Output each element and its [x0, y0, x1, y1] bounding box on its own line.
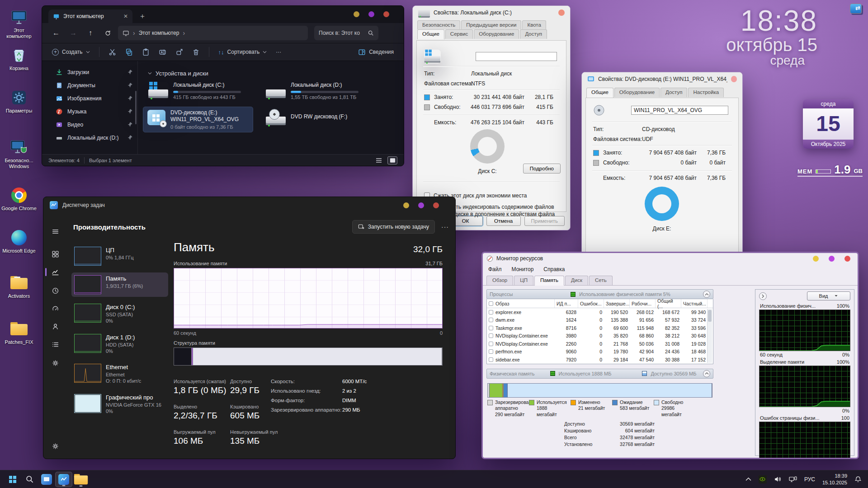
tab-security[interactable]: Безопасность — [417, 20, 460, 29]
tab-general[interactable]: Общие — [586, 88, 613, 98]
tray-clock[interactable]: 18:39 15.10.2025 — [820, 473, 850, 486]
sidebar-item-download[interactable]: Загрузки — [42, 66, 137, 79]
taskbar-search-button[interactable] — [21, 472, 38, 487]
perf-card-4[interactable]: EthernetEthernetО: 0 П: 0 кбит/с — [71, 361, 168, 387]
column-header[interactable]: Ошибок... — [578, 299, 604, 308]
drive-tile-c[interactable]: Локальный диск (C:) 415 ГБ свободно из 4… — [148, 82, 241, 100]
rail-settings-gear-icon[interactable] — [48, 439, 62, 453]
rail-details-icon[interactable] — [48, 337, 62, 352]
rail-users-icon[interactable] — [48, 319, 62, 333]
minimize-button[interactable] — [813, 256, 819, 262]
start-button[interactable] — [4, 472, 21, 487]
desktop-icon-patches-fix[interactable]: Patches_FIX — [1, 320, 37, 345]
run-new-task-button[interactable]: Запустить новую задачу — [352, 220, 435, 234]
cut-button[interactable] — [105, 46, 120, 59]
rail-startup-apps-icon[interactable] — [48, 301, 62, 315]
large-icons-view-button[interactable] — [387, 156, 397, 164]
menu-help[interactable]: Справка — [543, 266, 565, 272]
process-row[interactable]: Taskmgr.exe8716069 600115 94882 35233 59… — [487, 324, 708, 332]
sidebar-item-video[interactable]: Видео — [42, 118, 137, 131]
process-row[interactable]: sidebar.exe7920029 18447 54030 38817 152 — [487, 356, 708, 364]
sidebar-item-music[interactable]: Музыка — [42, 105, 137, 118]
row-checkbox[interactable] — [489, 326, 493, 330]
process-row[interactable]: perfmon.exe9060019 78042 90424 43618 468 — [487, 348, 708, 356]
tray-language-indicator[interactable]: РУС — [802, 476, 818, 483]
details-pane-button[interactable]: Сведения — [354, 46, 397, 59]
volume-label-input[interactable] — [476, 52, 557, 61]
process-row[interactable]: NVDisplay.Container.exe3980035 82068 860… — [487, 332, 708, 340]
close-button[interactable] — [383, 11, 389, 17]
tray-nvidia-icon[interactable] — [756, 472, 769, 487]
rail-processes-icon[interactable] — [48, 247, 62, 261]
tray-volume-icon[interactable] — [771, 472, 784, 487]
collapse-button[interactable] — [703, 370, 710, 377]
process-row[interactable]: NVDisplay.Container.exe2260021 76850 036… — [487, 340, 708, 348]
up-button[interactable]: ↑ — [84, 26, 97, 40]
row-checkbox[interactable] — [489, 349, 493, 354]
sidebar-item-doc[interactable]: Документы — [42, 79, 137, 92]
taskbar-task-manager-icon[interactable] — [55, 472, 72, 487]
delete-button[interactable] — [189, 46, 203, 59]
column-header[interactable]: Рабочи... — [630, 299, 656, 308]
tab-hardware[interactable]: Оборудование — [474, 29, 519, 39]
perf-card-1[interactable]: Память1,9/31,7 ГБ (6%) — [71, 272, 168, 297]
perf-card-5[interactable]: Графический проNVIDIA GeForce GTX 160% — [71, 391, 168, 418]
tab-cpu[interactable]: ЦП — [514, 276, 533, 285]
close-button[interactable] — [731, 76, 737, 82]
tab-quota[interactable]: Квота — [522, 20, 546, 29]
section-header-devices[interactable]: Устройства и диски — [148, 70, 208, 77]
tab-general[interactable]: Общие — [417, 29, 444, 39]
column-header[interactable]: Частный... — [681, 299, 708, 308]
close-button[interactable] — [558, 9, 565, 16]
expand-panel-button[interactable] — [759, 292, 767, 300]
address-bar[interactable]: › Этот компьютер › — [118, 26, 308, 40]
maximize-button[interactable] — [418, 202, 424, 208]
new-tab-button[interactable]: ＋ — [139, 9, 146, 23]
tab-sharing[interactable]: Доступ — [660, 88, 687, 97]
process-row[interactable]: dwm.exe16240135 38891 65657 93233 724 — [487, 316, 708, 324]
desktop-icon-this-pc[interactable]: Этот компьютер — [1, 8, 37, 39]
tab-sharing[interactable]: Доступ — [520, 29, 547, 39]
menu-monitor[interactable]: Монитор — [512, 266, 534, 272]
desktop-icon-windows-security[interactable]: Безопасно... Windows — [1, 138, 37, 169]
refresh-button[interactable] — [101, 26, 114, 40]
forward-button[interactable]: → — [66, 26, 80, 40]
more-options-button[interactable]: ··· — [441, 223, 449, 230]
view-dropdown[interactable]: Вид — [807, 291, 850, 300]
column-header[interactable]: Образ — [487, 299, 555, 308]
search-input[interactable]: Поиск в: Этот ко — [314, 26, 378, 40]
tab-tools[interactable]: Сервис — [445, 29, 473, 39]
tab-previous-versions[interactable]: Предыдущие версии — [461, 20, 521, 29]
process-row[interactable]: explorer.exe63280190 520268 012168 67299… — [487, 308, 708, 316]
tab-close-icon[interactable]: ✕ — [123, 13, 128, 19]
row-checkbox[interactable] — [489, 342, 493, 346]
rail-hamburger-icon[interactable] — [48, 224, 62, 239]
tab-network[interactable]: Сеть — [589, 276, 613, 285]
column-header[interactable]: Общий (... — [656, 299, 681, 308]
collapse-button[interactable] — [703, 291, 710, 298]
table-scrollbar[interactable] — [707, 309, 712, 363]
maximize-button[interactable] — [368, 11, 374, 17]
row-checkbox[interactable] — [489, 318, 493, 322]
create-button[interactable]: + Создать — [48, 46, 94, 58]
rail-services-icon[interactable] — [48, 356, 62, 370]
minimize-button[interactable] — [403, 202, 409, 208]
tab-overview[interactable]: Обзор — [486, 276, 513, 285]
sidebar-item-img[interactable]: Изображения — [42, 92, 137, 105]
sort-button[interactable]: ↑↓ Сортировать — [215, 46, 271, 58]
sidebar-scrollbar[interactable] — [135, 91, 137, 124]
rename-button[interactable] — [155, 46, 170, 59]
select-all-checkbox[interactable] — [489, 301, 493, 306]
sidebar-item-drive[interactable]: Локальный диск (D:) — [42, 131, 137, 144]
tray-chevron-up-icon[interactable] — [743, 472, 754, 487]
tab-disk[interactable]: Диск — [565, 276, 588, 285]
desktop-icon-settings[interactable]: Параметры — [1, 89, 37, 114]
column-header[interactable]: ИД п... — [555, 299, 578, 308]
close-button[interactable] — [433, 202, 439, 208]
close-button[interactable] — [844, 256, 850, 262]
perf-card-2[interactable]: Диск 0 (C:)SSD (SATA)0% — [71, 301, 168, 327]
desktop-icon-microsoft-edge[interactable]: Microsoft Edge — [1, 229, 37, 254]
details-view-button[interactable] — [374, 156, 384, 164]
row-checkbox[interactable] — [489, 357, 493, 362]
drive-tile-e-selected[interactable]: DVD-дисковод (E:) WIN11_PRO_VL_X64_OVG 0… — [143, 107, 253, 132]
